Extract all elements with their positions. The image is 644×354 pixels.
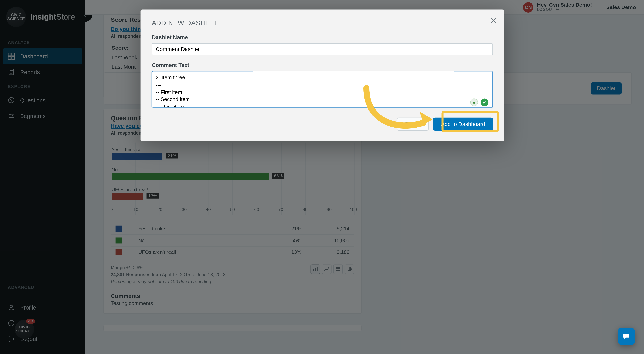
modal-close-button[interactable] xyxy=(488,16,498,25)
editor-status-badges: ● ✔ xyxy=(470,98,488,106)
status-badge-ok-icon: ● xyxy=(470,98,478,106)
chat-button[interactable] xyxy=(618,328,635,345)
close-icon xyxy=(488,16,498,25)
modal-title: ADD NEW DASHLET xyxy=(152,19,493,27)
comment-text-input[interactable] xyxy=(152,71,493,108)
add-dashlet-modal: ADD NEW DASHLET Dashlet Name Comment Tex… xyxy=(140,10,504,141)
add-to-dashboard-button[interactable]: Add to Dashboard xyxy=(433,118,493,131)
chat-icon xyxy=(622,332,630,341)
comment-text-label: Comment Text xyxy=(152,62,493,68)
dashlet-name-label: Dashlet Name xyxy=(152,34,493,41)
dashlet-name-input[interactable] xyxy=(152,43,493,55)
cancel-button[interactable]: Cancel xyxy=(397,118,429,131)
status-badge-sync-icon: ✔ xyxy=(480,98,488,106)
